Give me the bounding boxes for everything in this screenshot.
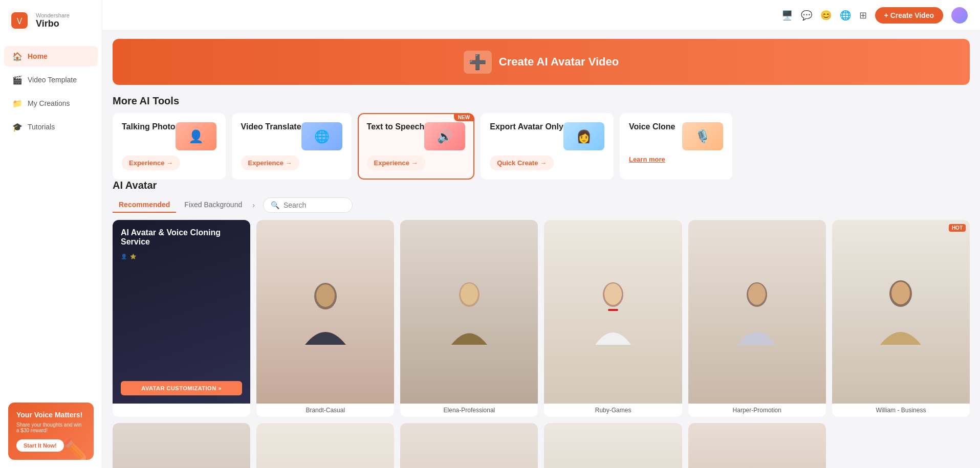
avatar-img-ruby [544,220,682,404]
avatar-card-row2-1[interactable] [113,423,250,468]
voice-matters-subtitle: Share your thoughts and win a $30 reward… [16,422,85,433]
avatar-name-ruby: Ruby-Games [544,404,682,417]
tool-card-export-avatar[interactable]: Export Avatar Only 👩 Quick Create → [481,113,614,180]
voice-clone-img: 🎙️ [682,122,723,150]
avatar-card-brandt[interactable]: Brandt-Casual [256,220,394,417]
avatar-card-william[interactable]: HOT William - Business [832,220,970,417]
create-ai-avatar-banner[interactable]: ➕ Create AI Avatar Video [113,39,970,85]
avatar-name-brandt: Brandt-Casual [256,404,394,417]
tab-recommended[interactable]: Recommended [113,197,176,213]
sidebar-item-home-label: Home [28,52,48,60]
sidebar-item-video-template-label: Video Template [28,76,77,84]
main-content: 🖥️ 💬 😊 🌐 ⊞ + Create Video ➕ Create AI Av… [102,0,980,468]
person-silhouette-harper [734,278,780,345]
sidebar-item-home[interactable]: 🏠 Home [4,46,98,66]
talking-photo-img: 👤 [176,122,216,150]
banner-label: Create AI Avatar Video [499,55,619,69]
search-icon: 🔍 [271,201,279,209]
hot-badge: HOT [949,224,966,232]
ai-tools-cards: Talking Photo 👤 Experience → Video Trans… [102,113,980,180]
voice-matters-card: Your Voice Matters! Share your thoughts … [8,403,94,460]
sidebar: V Wondershare Virbo 🏠 Home 🎬 Video Templ… [0,0,102,468]
tool-voice-clone-name: Voice Clone [629,122,675,131]
create-video-button[interactable]: + Create Video [875,7,943,24]
tab-fixed-background[interactable]: Fixed Background [178,197,248,213]
avatar-promo-card[interactable]: AI Avatar & Voice Cloning Service 👤 ⭐ AV… [113,220,250,417]
voice-matters-button[interactable]: Start It Now! [16,439,64,452]
ai-tools-section-title: More AI Tools [113,95,970,107]
avatar-name-elena: Elena-Professional [400,404,538,417]
avatar-img-row2-2 [256,423,394,468]
product-label: Virbo [36,18,70,29]
emoji-icon[interactable]: 😊 [820,10,832,21]
monitor-icon[interactable]: 🖥️ [781,10,793,21]
avatar-card-row2-4[interactable] [544,423,682,468]
avatar-tab-group: Recommended Fixed Background › [113,197,257,213]
tool-card-voice-clone[interactable]: Voice Clone 🎙️ Learn more [620,113,732,180]
user-avatar[interactable] [951,7,968,24]
svg-text:V: V [17,17,23,26]
avatar-card-row2-5[interactable] [688,423,826,468]
avatar-img-row2-5 [688,423,826,468]
brand-label: Wondershare [36,12,70,18]
ai-avatar-section: AI Avatar Recommended Fixed Background ›… [102,180,980,468]
person-silhouette-elena [446,278,492,345]
avatar-img-william: HOT [832,220,970,404]
app-logo-icon: V [8,9,31,32]
avatar-card-row2-2[interactable] [256,423,394,468]
sidebar-item-my-creations-label: My Creations [28,99,70,107]
avatar-img-row2-4 [544,423,682,468]
sidebar-item-my-creations[interactable]: 📁 My Creations [4,93,98,114]
person-silhouette-william [878,278,924,345]
svg-point-4 [316,284,335,307]
talking-photo-experience-button[interactable]: Experience → [122,155,180,170]
video-translate-experience-button[interactable]: Experience → [241,155,299,170]
tool-card-video-translate[interactable]: Video Translate 🌐 Experience → [232,113,352,180]
tool-video-translate-name: Video Translate [241,122,301,131]
svg-point-13 [891,282,910,304]
svg-point-11 [748,283,766,305]
ai-avatar-section-title: AI Avatar [113,180,970,191]
avatar-tabs-row: Recommended Fixed Background › 🔍 [113,197,970,213]
promo-title: AI Avatar & Voice Cloning Service [121,228,242,247]
my-creations-icon: 📁 [12,98,23,108]
tool-export-name: Export Avatar Only [490,122,563,131]
promo-tag-1: 👤 [121,254,127,259]
tab-arrow-icon[interactable]: › [250,199,257,211]
chat-icon[interactable]: 💬 [801,10,812,21]
tts-experience-button[interactable]: Experience → [367,155,425,170]
video-template-icon: 🎬 [12,75,23,85]
tool-card-text-to-speech[interactable]: NEW Text to Speech 🔊 Experience → [358,113,475,180]
avatar-card-ruby[interactable]: Ruby-Games [544,220,682,417]
avatar-promo-content: AI Avatar & Voice Cloning Service 👤 ⭐ AV… [113,220,250,404]
avatar-card-harper[interactable]: Harper-Promotion [688,220,826,417]
avatar-card-elena[interactable]: Elena-Professional [400,220,538,417]
voice-clone-learn-more[interactable]: Learn more [629,155,723,163]
svg-rect-9 [608,309,618,311]
tool-card-talking-photo[interactable]: Talking Photo 👤 Experience → [113,113,226,180]
promo-tag-2: ⭐ [130,254,136,259]
sidebar-item-tutorials[interactable]: 🎓 Tutorials [4,117,98,137]
avatar-name-william: William - Business [832,404,970,417]
globe-icon[interactable]: 🌐 [840,10,851,21]
svg-point-6 [461,283,478,305]
person-silhouette-ruby [590,278,636,345]
logo-area: V Wondershare Virbo [0,0,102,41]
avatar-customization-button[interactable]: AVATAR CUSTOMIZATION » [121,381,242,395]
export-quick-create-button[interactable]: Quick Create → [490,155,554,170]
tool-card-video-translate-top: Video Translate 🌐 [241,122,342,150]
sidebar-item-tutorials-label: Tutorials [28,123,55,131]
avatar-grid: AI Avatar & Voice Cloning Service 👤 ⭐ AV… [113,220,970,468]
avatar-search-box[interactable]: 🔍 [263,197,353,213]
grid-icon[interactable]: ⊞ [859,10,867,21]
person-silhouette-brandt [302,278,349,345]
avatar-name-harper: Harper-Promotion [688,404,826,417]
avatar-card-row2-3[interactable] [400,423,538,468]
tool-card-tts-top: Text to Speech 🔊 [367,122,466,150]
sidebar-item-video-template[interactable]: 🎬 Video Template [4,70,98,90]
voice-matters-title: Your Voice Matters! [16,411,85,419]
search-input[interactable] [284,201,345,209]
tool-tts-name: Text to Speech [367,122,425,131]
tutorials-icon: 🎓 [12,122,23,132]
export-img: 👩 [563,122,604,150]
